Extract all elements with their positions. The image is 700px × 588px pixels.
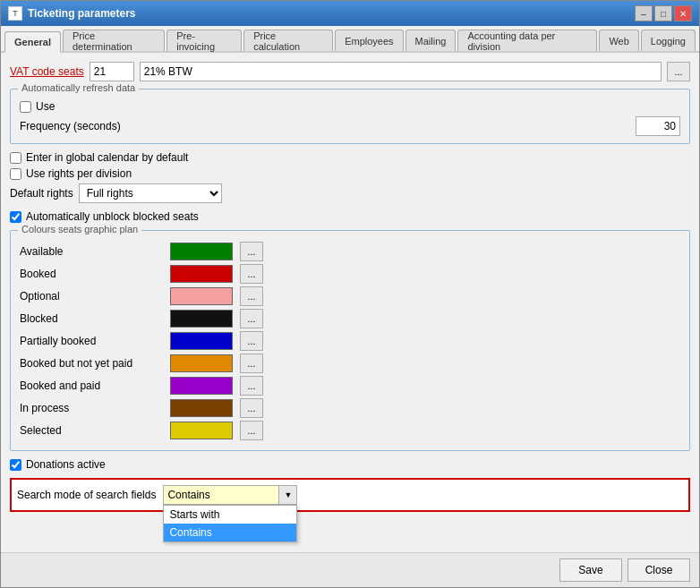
colour-row-partially-booked: Partially booked ... xyxy=(20,331,680,351)
footer: Save Close xyxy=(1,552,699,587)
colour-btn-booked-not-paid[interactable]: ... xyxy=(240,354,263,373)
window-close-button[interactable]: ✕ xyxy=(674,5,692,21)
minimize-button[interactable]: – xyxy=(635,5,653,21)
tab-price-calculation[interactable]: Price calculation xyxy=(243,30,333,51)
search-mode-box: Search mode of search fields ▼ Starts wi… xyxy=(10,478,690,512)
tab-web[interactable]: Web xyxy=(599,30,638,51)
colour-row-in-process: In process ... xyxy=(20,398,680,418)
colour-label-booked-paid: Booked and paid xyxy=(20,379,163,392)
tab-accounting-data[interactable]: Accounting data per division xyxy=(457,30,597,51)
rights-label: Use rights per division xyxy=(26,167,132,180)
vat-description-input[interactable] xyxy=(140,62,662,81)
colour-btn-in-process[interactable]: ... xyxy=(240,398,263,418)
global-calendar-checkbox[interactable] xyxy=(10,152,21,164)
colour-swatch-in-process[interactable] xyxy=(170,399,233,417)
colour-label-optional: Optional xyxy=(20,290,163,303)
default-rights-select[interactable]: Full rights Read only No rights xyxy=(79,183,222,203)
rights-checkbox-row: Use rights per division xyxy=(10,167,690,180)
search-mode-input[interactable] xyxy=(163,485,279,505)
search-dropdown-arrow[interactable]: ▼ xyxy=(279,485,297,505)
close-button[interactable]: Close xyxy=(627,558,690,582)
tab-mailing[interactable]: Mailing xyxy=(405,30,457,51)
donations-label: Donations active xyxy=(26,458,106,471)
unblock-label: Automatically unblock blocked seats xyxy=(26,210,199,223)
vat-code-row: VAT code seats ... xyxy=(10,62,690,81)
auto-refresh-group: Automatically refresh data Use Frequency… xyxy=(10,89,690,144)
colour-btn-booked-paid[interactable]: ... xyxy=(240,376,263,396)
save-button[interactable]: Save xyxy=(559,558,622,582)
search-dropdown-list: Starts with Contains xyxy=(163,505,297,542)
global-calendar-label: Enter in global calendar by default xyxy=(26,151,188,164)
colour-label-partially-booked: Partially booked xyxy=(20,335,163,347)
colour-row-booked-not-paid: Booked but not yet paid ... xyxy=(20,354,680,373)
colour-btn-booked[interactable]: ... xyxy=(240,264,263,284)
colour-rows: Available ... Booked ... Optional ... Bl… xyxy=(20,242,680,440)
default-rights-label: Default rights xyxy=(10,187,73,200)
colour-row-selected: Selected ... xyxy=(20,421,680,440)
colour-label-booked-not-paid: Booked but not yet paid xyxy=(20,357,163,370)
colour-label-available: Available xyxy=(20,245,163,258)
window-title: Ticketing parameters xyxy=(28,7,136,20)
colour-btn-selected[interactable]: ... xyxy=(240,421,263,440)
unblock-checkbox[interactable] xyxy=(10,211,21,223)
rights-checkbox[interactable] xyxy=(10,168,21,180)
tab-employees[interactable]: Employees xyxy=(335,30,403,51)
colour-row-available: Available ... xyxy=(20,242,680,261)
search-mode-label: Search mode of search fields xyxy=(17,489,156,501)
donations-checkbox[interactable] xyxy=(10,459,21,471)
search-option-starts-with[interactable]: Starts with xyxy=(164,506,296,524)
default-rights-row: Default rights Full rights Read only No … xyxy=(10,183,690,203)
tab-pre-invoicing[interactable]: Pre-invoicing xyxy=(166,30,242,51)
colour-label-booked: Booked xyxy=(20,268,163,280)
use-checkbox-row: Use xyxy=(20,100,680,113)
window-icon: T xyxy=(8,6,22,21)
tab-general[interactable]: General xyxy=(4,31,61,53)
colour-btn-blocked[interactable]: ... xyxy=(240,309,263,328)
global-calendar-row: Enter in global calendar by default xyxy=(10,151,690,164)
donations-row: Donations active xyxy=(10,458,690,471)
vat-browse-button[interactable]: ... xyxy=(667,62,690,81)
colour-swatch-booked-not-paid[interactable] xyxy=(170,354,233,372)
frequency-input[interactable] xyxy=(636,116,680,136)
colour-row-booked-paid: Booked and paid ... xyxy=(20,376,680,396)
tab-logging[interactable]: Logging xyxy=(641,30,696,51)
colour-swatch-selected[interactable] xyxy=(170,422,233,439)
colour-swatch-partially-booked[interactable] xyxy=(170,332,233,350)
colour-swatch-optional[interactable] xyxy=(170,287,233,305)
title-bar: T Ticketing parameters – □ ✕ xyxy=(1,1,699,26)
colour-btn-optional[interactable]: ... xyxy=(240,286,263,306)
colour-swatch-booked-paid[interactable] xyxy=(170,377,233,395)
colour-swatch-available[interactable] xyxy=(170,243,233,260)
colour-label-blocked: Blocked xyxy=(20,312,163,325)
tab-price-determination[interactable]: Price determination xyxy=(63,30,165,51)
colour-btn-partially-booked[interactable]: ... xyxy=(240,331,263,351)
colours-legend: Colours seats graphic plan xyxy=(18,224,141,234)
auto-refresh-legend: Automatically refresh data xyxy=(18,82,139,93)
colour-swatch-booked[interactable] xyxy=(170,265,233,283)
use-label: Use xyxy=(36,100,55,113)
colour-row-blocked: Blocked ... xyxy=(20,309,680,328)
colours-group: Colours seats graphic plan Available ...… xyxy=(10,230,690,451)
use-checkbox[interactable] xyxy=(20,101,31,113)
frequency-row: Frequency (seconds) xyxy=(20,116,680,136)
colour-swatch-blocked[interactable] xyxy=(170,310,233,328)
search-mode-row: Search mode of search fields ▼ Starts wi… xyxy=(17,485,683,505)
maximize-button[interactable]: □ xyxy=(654,5,672,21)
frequency-label: Frequency (seconds) xyxy=(20,120,121,132)
title-buttons: – □ ✕ xyxy=(635,5,692,21)
colour-btn-available[interactable]: ... xyxy=(240,242,263,261)
unblock-row: Automatically unblock blocked seats xyxy=(10,210,690,223)
vat-code-input[interactable] xyxy=(90,62,134,81)
vat-code-label[interactable]: VAT code seats xyxy=(10,65,84,78)
tabs-bar: General Price determination Pre-invoicin… xyxy=(1,26,699,53)
main-content: VAT code seats ... Automatically refresh… xyxy=(1,53,699,552)
search-option-contains[interactable]: Contains xyxy=(164,524,296,541)
colour-label-selected: Selected xyxy=(20,424,163,437)
colour-row-optional: Optional ... xyxy=(20,286,680,306)
colour-label-in-process: In process xyxy=(20,402,163,414)
colour-row-booked: Booked ... xyxy=(20,264,680,284)
search-dropdown-container: ▼ Starts with Contains xyxy=(163,485,297,505)
